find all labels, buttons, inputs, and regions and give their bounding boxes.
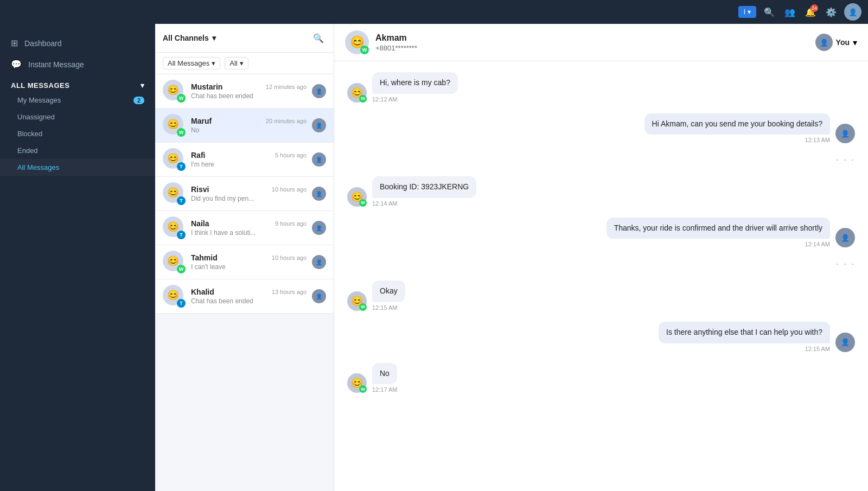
naila-preview: I think I have a soluti... [191, 229, 307, 237]
khalid-body: Khalid 13 hours ago Chat has been ended [191, 288, 307, 305]
risvi-body: Risvi 10 hours ago Did you find my pen..… [191, 185, 307, 202]
settings-icon-btn[interactable]: ⚙️ [824, 4, 839, 20]
message-row-7: 😊 W No 12:17 AM [347, 363, 855, 393]
topbar-avatar[interactable]: 👤 [844, 3, 861, 21]
incoming-avatar-7: 😊 W [347, 373, 367, 393]
mustarin-body: Mustarin 12 minutes ago Chat has been en… [191, 82, 307, 100]
chat-header-left: 😊 W Akmam +8801******** [345, 30, 417, 54]
outgoing-avatar-2: 👤 [835, 124, 855, 143]
all-messages-label: All Messages [17, 163, 59, 171]
search-icon-btn[interactable]: 🔍 [762, 4, 777, 20]
sidebar-section-all-messages[interactable]: ALL MESSAGES ▾ [0, 75, 155, 92]
message-bubble-2: Hi Akmam, can you send me your booking d… [644, 113, 830, 144]
sidebar-item-dashboard-label: Dashboard [24, 39, 62, 48]
sidebar: ⊞ Dashboard 💬 Instant Message ALL MESSAG… [0, 24, 155, 491]
ended-label: Ended [17, 146, 38, 155]
sidebar-sub-ended[interactable]: Ended [0, 142, 155, 159]
rafi-time: 5 hours ago [275, 152, 307, 158]
message-bubble-7: No 12:17 AM [372, 363, 397, 393]
messages-area: 😊 W Hi, where is my cab? 12:12 AM Hi Akm… [334, 61, 868, 491]
risvi-channel-badge: T [177, 196, 186, 205]
msg-text-7: No [372, 363, 397, 385]
chat-panel: 😊 W Akmam +8801******** 👤 You ▾ [334, 24, 868, 491]
msg-text-1: Hi, where is my cab? [372, 72, 458, 94]
conversation-item-mustarin[interactable]: 😊 W Mustarin 12 minutes ago Chat has bee… [155, 74, 334, 109]
chat-contact-phone: +8801******** [375, 44, 417, 52]
khalid-time: 13 hours ago [272, 289, 307, 295]
naila-time: 9 hours ago [275, 220, 307, 227]
msg-wa-badge-1: W [359, 95, 367, 103]
message-bubble-4: Thanks, your ride is confirmed and the d… [607, 218, 830, 248]
chat-header: 😊 W Akmam +8801******** 👤 You ▾ [334, 24, 868, 61]
rafi-body: Rafi 5 hours ago I'm here [191, 151, 307, 168]
sidebar-sub-blocked[interactable]: Blocked [0, 125, 155, 142]
msg-text-2: Hi Akmam, can you send me your booking d… [644, 113, 830, 135]
channel-chevron-icon: ▾ [212, 34, 216, 42]
rafi-avatar-wrap: 😊 T [163, 148, 186, 171]
rafi-agent-avatar: 👤 [312, 152, 326, 167]
chat-contact-name: Akmam [375, 33, 417, 43]
tahmid-body: Tahmid 10 hours ago I can't leave [191, 253, 307, 271]
unassigned-label: Unassigned [17, 113, 55, 121]
users-icon-btn[interactable]: 👥 [782, 4, 797, 20]
tahmid-preview: I can't leave [191, 263, 307, 271]
mustarin-channel-badge: W [177, 94, 186, 103]
sub-filter[interactable]: All ▾ [225, 57, 248, 69]
khalid-channel-badge: T [177, 299, 186, 308]
typing-bubble-1: · · · [836, 154, 855, 165]
message-row-3: 😊 W Booking ID: 3923JKERNG 12:14 AM [347, 176, 855, 207]
bell-icon-btn[interactable]: 🔔 24 [803, 4, 818, 20]
conversation-item-rafi[interactable]: 😊 T Rafi 5 hours ago I'm here 👤 [155, 143, 334, 177]
typing-bubble-2: · · · [836, 258, 855, 270]
chat-header-right: 👤 You ▾ [815, 34, 857, 51]
conversation-item-maruf[interactable]: 😊 W Maruf 20 minutes ago No 👤 [155, 109, 334, 143]
sidebar-sub-my-messages[interactable]: My Messages 2 [0, 92, 155, 109]
rafi-preview: I'm here [191, 161, 307, 168]
channel-select[interactable]: All Channels ▾ [163, 34, 216, 42]
conversation-item-risvi[interactable]: 😊 T Risvi 10 hours ago Did you find my p… [155, 177, 334, 211]
main-layout: ⊞ Dashboard 💬 Instant Message ALL MESSAG… [0, 24, 868, 491]
conversation-list: 😊 W Mustarin 12 minutes ago Chat has bee… [155, 74, 334, 491]
khalid-preview: Chat has been ended [191, 297, 307, 305]
msg-text-6: Is there anything else that I can help y… [659, 322, 830, 343]
conversation-item-khalid[interactable]: 😊 T Khalid 13 hours ago Chat has been en… [155, 279, 334, 314]
chevron-down-icon: ▾ [141, 81, 145, 90]
tahmid-channel-badge: W [177, 265, 186, 273]
chat-contact-info: Akmam +8801******** [375, 33, 417, 52]
msg-wa-badge-5: W [359, 303, 367, 311]
sidebar-sub-unassigned[interactable]: Unassigned [0, 109, 155, 125]
maruf-agent-avatar: 👤 [312, 118, 326, 132]
filter-chevron-icon: ▾ [212, 59, 215, 67]
naila-name: Naila [191, 219, 209, 228]
conversation-search-btn[interactable]: 🔍 [311, 30, 326, 46]
msg-time-4: 12:14 AM [607, 241, 830, 247]
blocked-label: Blocked [17, 130, 42, 138]
tahmid-avatar-wrap: 😊 W [163, 251, 186, 273]
maruf-channel-badge: W [177, 128, 186, 137]
conversation-item-tahmid[interactable]: 😊 W Tahmid 10 hours ago I can't leave 👤 [155, 245, 334, 279]
maruf-avatar-wrap: 😊 W [163, 114, 186, 137]
all-messages-filter[interactable]: All Messages ▾ [163, 57, 220, 69]
msg-text-3: Booking ID: 3923JKERNG [372, 176, 476, 198]
sidebar-item-dashboard[interactable]: ⊞ Dashboard [0, 33, 155, 54]
agent-select[interactable]: 👤 You ▾ [815, 34, 857, 51]
conversation-item-naila[interactable]: 😊 T Naila 9 hours ago I think I have a s… [155, 211, 334, 245]
sidebar-item-instant-message[interactable]: 💬 Instant Message [0, 54, 155, 75]
sidebar-item-instant-message-label: Instant Message [28, 60, 84, 69]
sub-filter-chevron-icon: ▾ [240, 59, 244, 67]
chat-wa-badge: W [360, 46, 369, 54]
maruf-preview: No [191, 126, 307, 134]
topbar-create-btn[interactable]: I ▾ [738, 6, 756, 18]
sidebar-sub-all-messages[interactable]: All Messages [0, 159, 155, 176]
topbar-btn-label: I [744, 8, 745, 16]
sub-filter-label: All [229, 59, 237, 67]
risvi-avatar-wrap: 😊 T [163, 182, 186, 205]
incoming-avatar-1: 😊 W [347, 83, 367, 103]
my-messages-badge: 2 [133, 97, 144, 104]
msg-time-5: 12:15 AM [372, 304, 405, 311]
mustarin-preview: Chat has been ended [191, 92, 307, 100]
all-messages-section-label: ALL MESSAGES [11, 81, 69, 90]
message-bubble-5: Okay 12:15 AM [372, 280, 405, 311]
maruf-time: 20 minutes ago [266, 118, 307, 124]
message-row-1: 😊 W Hi, where is my cab? 12:12 AM [347, 72, 855, 103]
